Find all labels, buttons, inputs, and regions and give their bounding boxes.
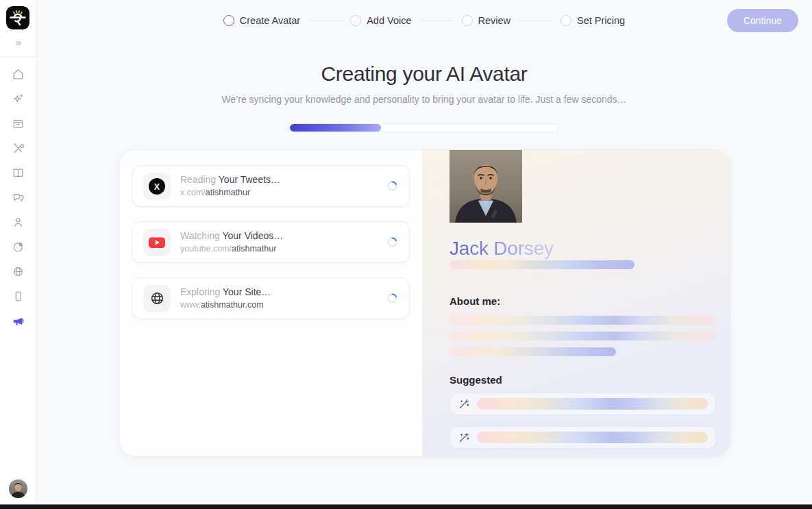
- step-review[interactable]: Review: [462, 15, 511, 26]
- step-circle: [223, 15, 234, 26]
- progress-fill: [290, 124, 381, 132]
- sidebar-item-home[interactable]: [11, 67, 25, 81]
- website-globe-icon: [143, 285, 171, 312]
- task-watching-videos: Watching Your Videos… youtube.com/atishm…: [132, 221, 410, 263]
- task-url: youtube.com/atishmathur: [180, 243, 377, 255]
- suggested-question[interactable]: [450, 426, 716, 449]
- profile-photo: [450, 213, 522, 225]
- phone-icon: [12, 290, 25, 303]
- task-title: Exploring Your Site…: [180, 286, 271, 297]
- suggested-skeleton-bar: [477, 432, 708, 443]
- step-circle: [561, 15, 571, 26]
- step-connector: [309, 21, 341, 21]
- about-me-label: About me:: [450, 295, 716, 307]
- book-icon: [12, 166, 25, 179]
- sidebar-item-web[interactable]: [11, 264, 25, 278]
- step-label: Set Pricing: [577, 15, 625, 26]
- sidebar: »: [0, 0, 36, 504]
- task-url: www.atishmathur.com: [180, 299, 377, 311]
- magic-wand-icon: [458, 398, 469, 410]
- task-panel: X Reading Your Tweets… x.com/atishmathur…: [119, 150, 423, 456]
- step-circle: [462, 15, 473, 26]
- svg-text:X: X: [154, 182, 160, 191]
- x-logo-icon: X: [143, 173, 171, 200]
- task-text: Watching Your Videos… youtube.com/atishm…: [180, 229, 377, 255]
- sidebar-nav: [11, 67, 25, 327]
- step-label: Create Avatar: [240, 15, 300, 26]
- app-window: »: [0, 0, 812, 509]
- chats-icon: [12, 191, 25, 204]
- stepper: Create Avatar Add Voice Review Set Prici…: [223, 15, 625, 26]
- name-skeleton-bar: [450, 260, 635, 269]
- step-set-pricing[interactable]: Set Pricing: [561, 15, 625, 26]
- user-avatar[interactable]: [9, 480, 27, 498]
- task-text: Exploring Your Site… www.atishmathur.com: [180, 286, 377, 311]
- sidebar-divider: [0, 56, 36, 57]
- app-logo-icon[interactable]: [6, 6, 29, 29]
- sidebar-item-ai[interactable]: [11, 92, 25, 105]
- loading-spinner-icon: [386, 293, 398, 304]
- step-connector: [421, 21, 453, 21]
- step-circle: [350, 15, 361, 26]
- step-create-avatar[interactable]: Create Avatar: [223, 15, 300, 26]
- suggested-label: Suggested: [450, 374, 716, 386]
- step-label: Add Voice: [367, 15, 411, 26]
- suggested-skeleton-bar: [477, 398, 708, 410]
- sidebar-item-mobile[interactable]: [11, 289, 25, 303]
- sidebar-item-library[interactable]: [11, 116, 25, 130]
- task-text: Reading Your Tweets… x.com/atishmathur: [180, 173, 377, 199]
- about-skeleton-bar: [450, 316, 716, 325]
- page-title: Creating your AI Avatar: [36, 62, 812, 86]
- step-connector: [519, 21, 552, 21]
- sidebar-item-marketing[interactable]: [11, 314, 25, 327]
- person-icon: [12, 216, 25, 229]
- profile-preview-panel: Jack Dorsey About me: Suggested: [423, 150, 730, 456]
- creation-card: X Reading Your Tweets… x.com/atishmathur…: [119, 149, 730, 457]
- bottom-window-edge: [0, 504, 812, 509]
- magic-wand-icon: [458, 432, 469, 443]
- about-skeleton-bar: [450, 332, 716, 340]
- step-add-voice[interactable]: Add Voice: [350, 15, 411, 26]
- tools-icon: [12, 142, 25, 155]
- home-icon: [12, 68, 25, 81]
- continue-button[interactable]: Continue: [727, 9, 798, 32]
- profile-name: Jack Dorsey: [450, 238, 554, 260]
- task-exploring-site: Exploring Your Site… www.atishmathur.com: [132, 277, 410, 319]
- sparkles-icon: [12, 92, 25, 105]
- sidebar-collapse-icon[interactable]: »: [16, 37, 20, 47]
- progress-bar: [289, 123, 559, 132]
- suggested-question[interactable]: [450, 393, 716, 415]
- top-bar: Create Avatar Add Voice Review Set Prici…: [36, 0, 812, 41]
- task-title: Watching Your Videos…: [180, 230, 283, 241]
- youtube-logo-icon: [143, 229, 171, 256]
- loading-spinner-icon: [386, 236, 398, 248]
- task-title: Reading Your Tweets…: [180, 174, 280, 185]
- about-skeleton-bar: [450, 347, 616, 356]
- sidebar-item-audience[interactable]: [11, 215, 25, 229]
- step-label: Review: [478, 15, 511, 26]
- loading-spinner-icon: [386, 180, 398, 192]
- archive-icon: [12, 117, 25, 130]
- sidebar-item-analytics[interactable]: [11, 240, 25, 253]
- sidebar-item-conversations[interactable]: [11, 190, 25, 204]
- sidebar-item-knowledge[interactable]: [11, 166, 25, 179]
- pie-chart-icon: [12, 240, 25, 253]
- globe-icon: [12, 265, 25, 278]
- task-reading-tweets: X Reading Your Tweets… x.com/atishmathur: [132, 165, 410, 207]
- page-subtitle: We’re syncing your knowledge and persona…: [36, 94, 812, 105]
- sidebar-item-tools[interactable]: [11, 141, 25, 155]
- megaphone-icon: [12, 314, 25, 327]
- task-url: x.com/atishmathur: [180, 187, 377, 199]
